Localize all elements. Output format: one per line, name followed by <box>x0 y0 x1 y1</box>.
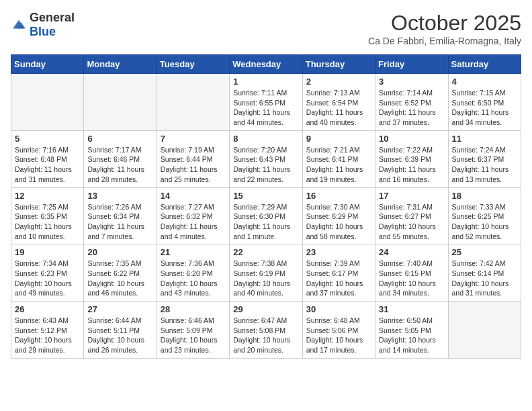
calendar-cell: 5Sunrise: 7:16 AM Sunset: 6:48 PM Daylig… <box>11 130 84 187</box>
day-number: 22 <box>233 247 298 257</box>
day-number: 3 <box>379 77 444 87</box>
day-number: 5 <box>15 134 80 144</box>
day-info: Sunrise: 7:30 AM Sunset: 6:29 PM Dayligh… <box>306 202 371 242</box>
calendar-cell: 1Sunrise: 7:11 AM Sunset: 6:55 PM Daylig… <box>230 74 302 131</box>
calendar-cell: 2Sunrise: 7:13 AM Sunset: 6:54 PM Daylig… <box>302 74 375 131</box>
day-number: 19 <box>15 247 80 257</box>
calendar-cell: 31Sunrise: 6:50 AM Sunset: 5:05 PM Dayli… <box>375 302 448 359</box>
calendar-cell: 7Sunrise: 7:19 AM Sunset: 6:44 PM Daylig… <box>157 130 229 187</box>
day-info: Sunrise: 6:50 AM Sunset: 5:05 PM Dayligh… <box>379 316 444 355</box>
day-number: 12 <box>15 191 80 201</box>
column-header-saturday: Saturday <box>448 55 521 74</box>
day-number: 17 <box>379 191 444 201</box>
calendar-cell: 30Sunrise: 6:48 AM Sunset: 5:06 PM Dayli… <box>302 302 375 359</box>
day-info: Sunrise: 7:19 AM Sunset: 6:44 PM Dayligh… <box>161 145 226 185</box>
day-number: 25 <box>452 247 517 257</box>
day-info: Sunrise: 7:13 AM Sunset: 6:54 PM Dayligh… <box>306 88 371 128</box>
logo-blue: Blue <box>30 25 56 38</box>
calendar-cell: 20Sunrise: 7:35 AM Sunset: 6:22 PM Dayli… <box>84 244 157 302</box>
calendar-cell: 29Sunrise: 6:47 AM Sunset: 5:08 PM Dayli… <box>230 302 302 359</box>
column-header-monday: Monday <box>84 55 157 74</box>
day-info: Sunrise: 7:40 AM Sunset: 6:15 PM Dayligh… <box>379 259 444 298</box>
calendar-cell: 10Sunrise: 7:22 AM Sunset: 6:39 PM Dayli… <box>375 130 448 187</box>
day-number: 21 <box>161 247 226 257</box>
day-number: 2 <box>306 77 371 87</box>
day-number: 29 <box>233 304 298 314</box>
location-subtitle: Ca De Fabbri, Emilia-Romagna, Italy <box>368 36 521 46</box>
day-info: Sunrise: 6:43 AM Sunset: 5:12 PM Dayligh… <box>15 316 80 355</box>
calendar-cell: 24Sunrise: 7:40 AM Sunset: 6:15 PM Dayli… <box>375 244 448 302</box>
day-number: 28 <box>161 304 226 314</box>
calendar-cell: 23Sunrise: 7:39 AM Sunset: 6:17 PM Dayli… <box>302 244 375 302</box>
column-header-friday: Friday <box>375 55 448 74</box>
calendar-cell: 27Sunrise: 6:44 AM Sunset: 5:11 PM Dayli… <box>84 302 157 359</box>
day-number: 26 <box>15 304 80 314</box>
day-number: 30 <box>306 304 371 314</box>
day-number: 10 <box>379 134 444 144</box>
calendar-cell: 12Sunrise: 7:25 AM Sunset: 6:35 PM Dayli… <box>11 187 84 244</box>
calendar-cell: 17Sunrise: 7:31 AM Sunset: 6:27 PM Dayli… <box>375 187 448 244</box>
day-number: 23 <box>306 247 371 257</box>
calendar-cell: 4Sunrise: 7:15 AM Sunset: 6:50 PM Daylig… <box>448 74 521 131</box>
day-number: 18 <box>452 191 517 201</box>
day-info: Sunrise: 6:46 AM Sunset: 5:09 PM Dayligh… <box>161 316 226 355</box>
calendar-cell: 9Sunrise: 7:21 AM Sunset: 6:41 PM Daylig… <box>302 130 375 187</box>
column-header-thursday: Thursday <box>302 55 375 74</box>
day-info: Sunrise: 7:17 AM Sunset: 6:46 PM Dayligh… <box>87 145 152 185</box>
day-number: 24 <box>379 247 444 257</box>
calendar-cell: 28Sunrise: 6:46 AM Sunset: 5:09 PM Dayli… <box>157 302 229 359</box>
calendar-cell: 11Sunrise: 7:24 AM Sunset: 6:37 PM Dayli… <box>448 130 521 187</box>
day-number: 20 <box>87 247 152 257</box>
calendar-cell <box>448 302 521 359</box>
title-block: October 2025 Ca De Fabbri, Emilia-Romagn… <box>368 11 521 46</box>
day-number: 4 <box>452 77 517 87</box>
calendar-cell: 19Sunrise: 7:34 AM Sunset: 6:23 PM Dayli… <box>11 244 84 302</box>
day-number: 9 <box>306 134 371 144</box>
day-number: 13 <box>87 191 152 201</box>
day-info: Sunrise: 7:11 AM Sunset: 6:55 PM Dayligh… <box>233 88 298 128</box>
calendar-week-1: 1Sunrise: 7:11 AM Sunset: 6:55 PM Daylig… <box>11 74 521 131</box>
month-title: October 2025 <box>368 11 521 36</box>
calendar-week-3: 12Sunrise: 7:25 AM Sunset: 6:35 PM Dayli… <box>11 187 521 244</box>
day-number: 15 <box>233 191 298 201</box>
day-info: Sunrise: 7:36 AM Sunset: 6:20 PM Dayligh… <box>161 259 226 298</box>
column-header-tuesday: Tuesday <box>157 55 229 74</box>
day-info: Sunrise: 7:33 AM Sunset: 6:25 PM Dayligh… <box>452 202 517 242</box>
day-info: Sunrise: 7:29 AM Sunset: 6:30 PM Dayligh… <box>233 202 298 242</box>
day-info: Sunrise: 7:14 AM Sunset: 6:52 PM Dayligh… <box>379 88 444 128</box>
calendar-cell: 15Sunrise: 7:29 AM Sunset: 6:30 PM Dayli… <box>230 187 302 244</box>
calendar-header-row: SundayMondayTuesdayWednesdayThursdayFrid… <box>11 55 521 74</box>
calendar-cell: 26Sunrise: 6:43 AM Sunset: 5:12 PM Dayli… <box>11 302 84 359</box>
day-info: Sunrise: 7:22 AM Sunset: 6:39 PM Dayligh… <box>379 145 444 185</box>
day-info: Sunrise: 7:34 AM Sunset: 6:23 PM Dayligh… <box>15 259 80 298</box>
calendar-cell <box>11 74 84 131</box>
calendar-week-4: 19Sunrise: 7:34 AM Sunset: 6:23 PM Dayli… <box>11 244 521 302</box>
day-info: Sunrise: 7:31 AM Sunset: 6:27 PM Dayligh… <box>379 202 444 242</box>
day-number: 11 <box>452 134 517 144</box>
calendar-table: SundayMondayTuesdayWednesdayThursdayFrid… <box>11 54 521 359</box>
day-info: Sunrise: 7:25 AM Sunset: 6:35 PM Dayligh… <box>15 202 80 242</box>
calendar-cell: 25Sunrise: 7:42 AM Sunset: 6:14 PM Dayli… <box>448 244 521 302</box>
day-number: 6 <box>87 134 152 144</box>
day-info: Sunrise: 7:16 AM Sunset: 6:48 PM Dayligh… <box>15 145 80 185</box>
day-info: Sunrise: 7:35 AM Sunset: 6:22 PM Dayligh… <box>87 259 152 298</box>
logo: General Blue <box>11 11 75 39</box>
calendar-cell: 16Sunrise: 7:30 AM Sunset: 6:29 PM Dayli… <box>302 187 375 244</box>
day-number: 14 <box>161 191 226 201</box>
calendar-cell: 13Sunrise: 7:26 AM Sunset: 6:34 PM Dayli… <box>84 187 157 244</box>
calendar-cell: 3Sunrise: 7:14 AM Sunset: 6:52 PM Daylig… <box>375 74 448 131</box>
day-info: Sunrise: 6:44 AM Sunset: 5:11 PM Dayligh… <box>87 316 152 355</box>
calendar-week-2: 5Sunrise: 7:16 AM Sunset: 6:48 PM Daylig… <box>11 130 521 187</box>
logo-general: General <box>30 11 75 24</box>
day-info: Sunrise: 7:42 AM Sunset: 6:14 PM Dayligh… <box>452 259 517 298</box>
column-header-wednesday: Wednesday <box>230 55 302 74</box>
column-header-sunday: Sunday <box>11 55 84 74</box>
day-info: Sunrise: 7:27 AM Sunset: 6:32 PM Dayligh… <box>161 202 226 242</box>
calendar-cell: 14Sunrise: 7:27 AM Sunset: 6:32 PM Dayli… <box>157 187 229 244</box>
calendar-cell <box>84 74 157 131</box>
day-info: Sunrise: 6:47 AM Sunset: 5:08 PM Dayligh… <box>233 316 298 355</box>
day-number: 7 <box>161 134 226 144</box>
day-number: 8 <box>233 134 298 144</box>
calendar-cell: 21Sunrise: 7:36 AM Sunset: 6:20 PM Dayli… <box>157 244 229 302</box>
day-info: Sunrise: 7:24 AM Sunset: 6:37 PM Dayligh… <box>452 145 517 185</box>
